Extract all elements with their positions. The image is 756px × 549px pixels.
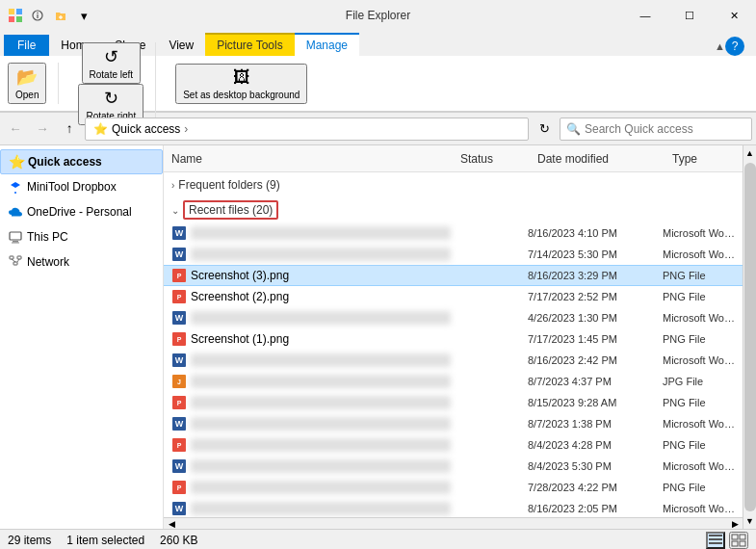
v-scroll-down-button[interactable]: ▼ <box>745 513 754 529</box>
svg-rect-10 <box>10 232 21 240</box>
address-path[interactable]: ⭐ Quick access › <box>85 118 529 141</box>
file-name: blurred document name <box>191 311 451 325</box>
svg-rect-11 <box>13 241 18 243</box>
help-button[interactable]: ? <box>725 37 744 56</box>
col-header-status[interactable]: Status <box>453 148 530 170</box>
back-button[interactable]: ← <box>4 118 27 141</box>
ribbon-open-button[interactable]: 📂 Open <box>8 63 46 104</box>
file-type: PNG File <box>663 397 735 408</box>
table-row[interactable]: W blurred word document 8/4/2023 5:30 PM… <box>164 456 743 477</box>
sidebar-item-onedrive[interactable]: OneDrive - Personal <box>0 199 163 224</box>
col-header-type[interactable]: Type <box>665 148 743 170</box>
sidebar-item-dropbox[interactable]: MiniTool Dropbox <box>0 174 163 199</box>
frequent-folders-section[interactable]: › Frequent folders (9) <box>164 172 743 197</box>
dropbox-icon <box>8 179 23 195</box>
table-row[interactable]: J blurred jpg filename 8/7/2023 4:37 PM … <box>164 371 743 392</box>
recent-files-section[interactable]: ⌄ Recent files (20) <box>164 197 743 222</box>
set-bg-icon: 🖼 <box>233 67 250 88</box>
up-button[interactable]: ↑ <box>58 118 81 141</box>
table-row[interactable]: P blurred png 7/28/2023 4:22 PM PNG File <box>164 477 743 498</box>
v-scroll-up-button[interactable]: ▲ <box>745 145 754 161</box>
sidebar-item-network[interactable]: Network <box>0 249 163 274</box>
file-name: blurred png file <box>191 438 451 452</box>
h-scroll-track[interactable] <box>179 518 727 530</box>
ribbon-collapse-button[interactable]: ▲ <box>715 40 725 52</box>
file-date: 8/16/2023 4:10 PM <box>528 227 663 239</box>
ribbon-set-bg-button[interactable]: 🖼 Set as desktop background <box>175 64 307 104</box>
table-row[interactable]: P Screenshot (1).png 7/17/2023 1:45 PM P… <box>164 328 743 350</box>
title-bar: ▾ File Explorer — ☐ ✕ <box>0 0 756 31</box>
file-name: Screenshot (1).png <box>191 332 451 346</box>
qat-properties-button[interactable] <box>27 5 48 26</box>
sidebar-item-label-dropbox: MiniTool Dropbox <box>27 180 117 194</box>
recent-files-chevron: ⌄ <box>171 205 179 216</box>
file-type: PNG File <box>663 439 735 451</box>
forward-button[interactable]: → <box>31 118 54 141</box>
file-type: Microsoft Word D... <box>663 503 735 514</box>
home-icon: ⭐ <box>93 122 108 136</box>
minimize-button[interactable]: — <box>623 0 667 31</box>
v-scroll-thumb[interactable] <box>744 163 756 511</box>
file-icon-word: W <box>171 225 187 241</box>
svg-point-9 <box>14 192 16 194</box>
file-date: 4/26/2023 1:30 PM <box>528 312 663 324</box>
table-row[interactable]: W blurred word name 8/16/2023 2:05 PM Mi… <box>164 498 743 517</box>
file-type: Microsoft Word D... <box>663 460 735 472</box>
h-scroll-right-button[interactable]: ▶ <box>727 518 743 530</box>
table-row[interactable]: W another document blurred 7/14/2023 5:3… <box>164 244 743 265</box>
ribbon-rotate-left-button[interactable]: ↺ Rotate left <box>82 42 142 84</box>
table-row[interactable]: W blurred word doc 8/7/2023 1:38 PM Micr… <box>164 413 743 434</box>
tab-view[interactable]: View <box>157 35 205 56</box>
table-row[interactable]: P blurred png filename 8/15/2023 9:28 AM… <box>164 392 743 413</box>
details-view-button[interactable] <box>706 532 725 549</box>
qat-dropdown-button[interactable]: ▾ <box>73 5 94 26</box>
file-icon-png: P <box>171 331 187 347</box>
table-row[interactable]: W blurred long document name here 8/16/2… <box>164 350 743 371</box>
qat-new-folder-button[interactable] <box>50 5 71 26</box>
file-type: PNG File <box>663 291 735 302</box>
file-type: JPG File <box>663 376 735 387</box>
ribbon-section-set-bg: 🖼 Set as desktop background <box>175 64 307 104</box>
file-type: Microsoft Word D... <box>663 312 735 324</box>
svg-rect-24 <box>740 541 745 546</box>
large-icons-view-button[interactable] <box>729 532 748 549</box>
svg-rect-22 <box>740 535 745 539</box>
col-header-name[interactable]: Name <box>164 148 453 170</box>
tab-file[interactable]: File <box>4 35 49 56</box>
h-scroll-left-button[interactable]: ◀ <box>164 518 179 530</box>
rotate-left-icon: ↺ <box>104 46 118 67</box>
search-input[interactable] <box>585 122 745 136</box>
file-icon-png: P <box>171 289 187 304</box>
table-row[interactable]: W document name here blur 8/16/2023 4:10… <box>164 222 743 244</box>
file-date: 8/7/2023 4:37 PM <box>528 376 663 387</box>
file-type: Microsoft Word D... <box>663 248 735 260</box>
tab-manage[interactable]: Picture Tools <box>205 33 294 56</box>
vertical-scrollbar: ▲ ▼ <box>743 145 756 529</box>
col-header-date[interactable]: Date modified <box>530 148 665 170</box>
sidebar-item-thispc[interactable]: This PC <box>0 224 163 249</box>
path-quickaccess: Quick access <box>112 122 180 136</box>
file-content-area: Name Status Date modified Type › Frequen… <box>164 145 743 529</box>
ribbon-section-rotate: ↺ Rotate left ↻ Rotate right <box>78 42 156 125</box>
file-name: Screenshot (3).png <box>191 269 451 282</box>
file-type: PNG File <box>663 333 735 345</box>
file-date: 8/4/2023 5:30 PM <box>528 460 663 472</box>
svg-rect-19 <box>709 538 722 540</box>
refresh-button[interactable]: ↻ <box>533 118 556 141</box>
table-row[interactable]: W blurred document name 4/26/2023 1:30 P… <box>164 307 743 328</box>
table-row[interactable]: P blurred png file 8/4/2023 4:28 PM PNG … <box>164 434 743 456</box>
table-row[interactable]: P Screenshot (2).png 7/17/2023 2:52 PM P… <box>164 286 743 307</box>
tab-picture-tools-manage[interactable]: Manage <box>295 33 359 56</box>
table-row[interactable]: P Screenshot (3).png 8/16/2023 3:29 PM P… <box>164 265 743 286</box>
file-date: 8/15/2023 9:28 AM <box>528 397 663 408</box>
close-button[interactable]: ✕ <box>712 0 756 31</box>
maximize-button[interactable]: ☐ <box>667 0 712 31</box>
file-date: 8/16/2023 3:29 PM <box>528 270 663 281</box>
open-icon: 📂 <box>16 66 38 88</box>
sidebar-item-quickaccess[interactable]: ⭐ Quick access <box>0 149 163 174</box>
file-name: blurred word document <box>191 459 451 473</box>
file-icon-png: P <box>171 437 187 453</box>
sidebar-item-label-thispc: This PC <box>27 230 68 244</box>
file-date: 7/14/2023 5:30 PM <box>528 248 663 260</box>
window-title: File Explorer <box>346 9 410 22</box>
